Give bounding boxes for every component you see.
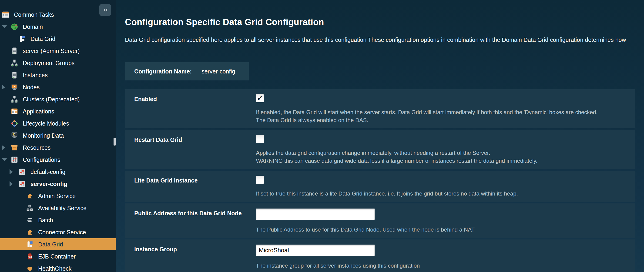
sidebar-item-connector-service[interactable]: Connector Service	[0, 226, 116, 238]
sidebar-item-healthcheck[interactable]: HealthCheck	[0, 263, 116, 272]
field-help: Applies the data grid configuration chan…	[256, 149, 636, 165]
globe-icon	[11, 23, 18, 30]
collapse-sidebar-button[interactable]	[99, 4, 111, 16]
batch-icon	[26, 217, 34, 224]
main-content: Configuration Specific Data Grid Configu…	[116, 0, 644, 272]
field-label: Instance Group	[134, 240, 256, 253]
availability-service-icon	[26, 204, 34, 212]
expand-arrow[interactable]	[2, 158, 11, 161]
sidebar-item-instances[interactable]: Instances	[0, 69, 116, 81]
svg-text:JAR: JAR	[28, 256, 32, 258]
common-tasks-icon	[2, 11, 9, 18]
healthcheck-icon	[26, 265, 34, 272]
instances-icon	[11, 71, 18, 79]
navigation-sidebar: Common Tasks Domain Data Grid server (Ad…	[0, 0, 116, 272]
data-grid-icon	[26, 241, 34, 248]
deployment-groups-icon	[11, 59, 18, 67]
server-icon	[11, 47, 18, 55]
field-label: Lite Data Grid Instance	[134, 171, 256, 184]
field-help-text: The Public Address to use for this Data …	[256, 226, 636, 234]
field-help-text: The Data Grid is always enabled on the D…	[256, 116, 636, 124]
sidebar-item-common-tasks[interactable]: Common Tasks	[0, 8, 116, 21]
sidebar-item-lifecycle-modules[interactable]: Lifecycle Modules	[0, 117, 116, 129]
expand-arrow[interactable]	[2, 25, 11, 28]
field-help-text: The instance group for all server instan…	[256, 262, 636, 270]
sidebar-item-clusters-deprecated[interactable]: Clusters (Deprecated)	[0, 93, 116, 105]
field-help-text: If enabled, the Data Grid will start whe…	[256, 108, 636, 116]
navigation-tree: Common Tasks Domain Data Grid server (Ad…	[0, 0, 116, 272]
form-row-enabled: Enabled If enabled, the Data Grid will s…	[125, 89, 636, 128]
sidebar-item-batch[interactable]: Batch	[0, 214, 116, 226]
field-help: The instance group for all server instan…	[256, 262, 636, 270]
sidebar-item-availability-service[interactable]: Availability Service	[0, 202, 116, 214]
config-icon	[18, 168, 26, 176]
ejb-container-icon: JAR	[26, 253, 34, 260]
configuration-name-value: server-config	[202, 68, 235, 75]
field-control-area: The Public Address to use for this Data …	[256, 203, 636, 234]
restart-data-grid-checkbox[interactable]	[256, 135, 264, 143]
lite-data-grid-instance-checkbox[interactable]	[256, 176, 264, 184]
expand-arrow[interactable]	[10, 181, 18, 186]
sidebar-item-ejb-container[interactable]: JAR EJB Container	[0, 250, 116, 263]
expand-arrow[interactable]	[2, 145, 11, 150]
admin-console: Common Tasks Domain Data Grid server (Ad…	[0, 0, 644, 272]
sidebar-item-nodes[interactable]: Nodes	[0, 81, 116, 93]
field-control-area: Applies the data grid configuration chan…	[256, 130, 636, 165]
configuration-name-bar: Configuration Name: server-config	[125, 62, 249, 80]
sidebar-item-resources[interactable]: Resources	[0, 142, 116, 154]
monitoring-data-icon	[11, 132, 18, 139]
puzzle-icon	[26, 229, 34, 236]
page-title: Configuration Specific Data Grid Configu…	[125, 17, 644, 27]
sidebar-item-deployment-groups[interactable]: Deployment Groups	[0, 57, 116, 69]
field-control-area: If set to true this instance is a lite D…	[256, 171, 636, 198]
field-control-area: The instance group for all server instan…	[256, 240, 636, 270]
field-help: The Public Address to use for this Data …	[256, 226, 636, 234]
field-help-text: WARNING this can cause data grid wide da…	[256, 157, 636, 165]
form-row-lite-data-grid-instance: Lite Data Grid Instance If set to true t…	[125, 171, 636, 202]
field-help: If set to true this instance is a lite D…	[256, 190, 636, 198]
instance-group-input[interactable]	[256, 245, 374, 256]
field-help-text: Applies the data grid configuration chan…	[256, 149, 636, 157]
page-description: Data Grid configuration specified here a…	[125, 36, 644, 43]
configuration-name-label: Configuration Name:	[134, 68, 192, 75]
field-help-text: If set to true this instance is a lite D…	[256, 190, 636, 198]
public-address-for-this-data-grid-node-input[interactable]	[256, 209, 374, 220]
sidebar-item-server-admin-server[interactable]: server (Admin Server)	[0, 45, 116, 57]
field-label: Public Address for this Data Grid Node	[134, 203, 256, 217]
config-icon	[18, 180, 26, 188]
sidebar-item-configurations[interactable]: Configurations	[0, 154, 116, 166]
puzzle-icon	[26, 192, 34, 200]
configurations-icon	[11, 156, 18, 163]
form-row-public-address-for-this-data-grid-node: Public Address for this Data Grid Node T…	[125, 203, 636, 238]
field-control-area: If enabled, the Data Grid will start whe…	[256, 89, 636, 124]
data-grid-icon	[18, 35, 26, 42]
field-label: Restart Data Grid	[134, 130, 256, 143]
sidebar-item-domain[interactable]: Domain	[0, 21, 116, 33]
sidebar-item-admin-service[interactable]: Admin Service	[0, 190, 116, 202]
sidebar-item-data-grid[interactable]: Data Grid	[0, 238, 116, 250]
nodes-icon	[11, 83, 18, 91]
sidebar-item-monitoring-data[interactable]: Monitoring Data	[0, 129, 116, 142]
sidebar-item-server-config[interactable]: server-config	[0, 178, 116, 190]
sidebar-item-data-grid[interactable]: Data Grid	[0, 33, 116, 45]
sidebar-item-default-config[interactable]: default-config	[0, 166, 116, 178]
sidebar-scrollbar-thumb[interactable]	[114, 138, 116, 146]
field-help: If enabled, the Data Grid will start whe…	[256, 108, 636, 124]
expand-arrow[interactable]	[2, 85, 11, 90]
configuration-form: Enabled If enabled, the Data Grid will s…	[125, 89, 636, 272]
double-left-chevron-icon	[102, 6, 109, 13]
form-row-restart-data-grid: Restart Data Grid Applies the data grid …	[125, 130, 636, 169]
clusters-icon	[11, 96, 18, 103]
expand-arrow[interactable]	[10, 169, 18, 174]
resources-icon	[11, 144, 18, 151]
field-label: Enabled	[134, 89, 256, 102]
lifecycle-modules-icon	[11, 120, 18, 127]
enabled-checkbox[interactable]	[256, 94, 264, 102]
applications-icon	[11, 108, 18, 115]
sidebar-item-applications[interactable]: Applications	[0, 105, 116, 117]
form-row-instance-group: Instance Group The instance group for al…	[125, 240, 636, 272]
